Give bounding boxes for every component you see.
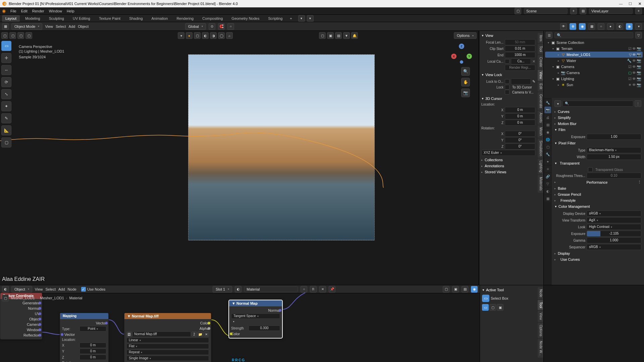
ws-add[interactable]: + <box>288 15 294 22</box>
panel-collections[interactable]: Collections <box>481 157 535 163</box>
pp-performance[interactable]: Performance⋮ <box>554 179 641 186</box>
ov-c6[interactable]: ◯ <box>218 32 225 39</box>
ws-uvediting[interactable]: UV Editing <box>69 15 94 22</box>
pp-motionblur[interactable]: Motion Blur <box>554 121 641 127</box>
selmode-3[interactable]: ▣ <box>497 304 503 311</box>
shade-wire-icon[interactable]: ○ <box>598 23 604 30</box>
nm-strength[interactable]: 0.300 <box>249 325 280 331</box>
nav-zoom-icon[interactable]: 🔍 <box>461 67 470 76</box>
ov-c3[interactable]: ▢ <box>194 32 201 39</box>
img-proj[interactable]: Flat <box>126 344 209 349</box>
node-normalmap[interactable]: ▼ Normal Map Normal Tangent Space • Stre… <box>229 300 282 338</box>
cm-gamma[interactable]: 1.000 <box>587 237 641 243</box>
tree-mesher[interactable]: ▸▽Mesher_LOD1▽👁📷 <box>545 52 643 58</box>
ne-r2[interactable]: ▣ <box>452 286 459 293</box>
netab-node[interactable]: Node <box>538 287 543 299</box>
active-tool-header[interactable]: ▼Active Tool <box>482 287 535 293</box>
ov-r2[interactable]: ▣ <box>327 32 334 39</box>
scene-icon[interactable]: ▢ <box>515 8 521 14</box>
use-nodes-label[interactable]: Use Nodes <box>87 287 105 291</box>
ov-c2[interactable]: ● <box>186 32 193 39</box>
mat-copy-icon[interactable]: ⎘ <box>310 286 317 293</box>
ntab-generate[interactable]: Generate <box>538 92 543 110</box>
node-mode[interactable]: Object <box>11 286 32 293</box>
pp-pixelfilter-header[interactable]: ▼Pixel Filter <box>554 140 641 146</box>
ov-bell-icon[interactable]: 🔔 <box>351 32 358 39</box>
tree-camera-col[interactable]: ▾▣Camera☑👁📷 <box>545 64 643 70</box>
ptab-scene[interactable]: ◉ <box>544 129 551 135</box>
img-name[interactable]: Normal Map.tiff <box>132 331 191 337</box>
cursor-z[interactable]: 0 m <box>505 120 535 126</box>
viewlayer-icon[interactable]: ▤ <box>580 8 586 14</box>
ws-options2[interactable]: ▾ <box>307 15 314 22</box>
shade-rendered-icon[interactable]: ◉ <box>626 23 633 30</box>
ptab-data[interactable]: ▽ <box>544 180 551 187</box>
ov-btn4[interactable]: ▢ <box>25 32 32 39</box>
ov-c5[interactable]: ◑ <box>210 32 217 39</box>
panel-annotations[interactable]: Annotations <box>481 163 535 169</box>
interaction-mode[interactable]: Object Mode <box>11 23 42 30</box>
img-ext[interactable]: Repeat <box>126 350 209 355</box>
ov-c1[interactable]: ▾ <box>178 32 184 39</box>
selmode-2[interactable]: ▢ <box>489 304 496 311</box>
panel-view-header[interactable]: ▼View <box>481 33 535 39</box>
ws-layout[interactable]: Layout <box>2 15 20 22</box>
ntab-item[interactable]: Item <box>538 33 543 43</box>
pp-bake[interactable]: Bake <box>554 186 641 192</box>
ptab-object[interactable]: ▢ <box>544 143 551 150</box>
3d-menu-object[interactable]: Object <box>78 24 89 28</box>
ne-menu-add[interactable]: Add <box>58 287 65 291</box>
pf-width[interactable]: 1.50 px <box>587 154 641 160</box>
bc-3[interactable]: Material <box>69 296 82 300</box>
tool-scale[interactable]: ⤡ <box>1 89 11 99</box>
props-options-icon[interactable]: ⋮ <box>635 100 641 107</box>
xray-icon[interactable]: ▦ <box>588 23 595 30</box>
ptab-output[interactable]: 🖨 <box>544 114 551 121</box>
ws-animation[interactable]: Animation <box>148 15 171 22</box>
panel-cursor-header[interactable]: ▼3D Cursor <box>481 96 535 102</box>
ov-c4[interactable]: ◐ <box>202 32 209 39</box>
selmode-1[interactable]: ▭ <box>482 304 489 311</box>
ne-menu-select[interactable]: Select <box>45 287 56 291</box>
ntab-edit[interactable]: Edit <box>538 81 543 91</box>
cm-exp[interactable]: -2.105 <box>587 231 641 237</box>
pp-film-header[interactable]: ▼Film <box>554 127 641 133</box>
mat-new-icon[interactable]: ○ <box>301 286 307 293</box>
orientation[interactable]: Global <box>185 23 206 30</box>
ntab-simul[interactable]: Simulation <box>538 138 543 158</box>
netab-options[interactable]: Options <box>538 323 543 338</box>
ptab-viewlayer[interactable]: ▤ <box>544 121 551 128</box>
node-editor-type-icon[interactable]: ◐ <box>2 286 9 293</box>
tool-move[interactable]: ↔ <box>1 65 11 75</box>
menu-file[interactable]: File <box>10 9 16 13</box>
ov-c7[interactable]: ⌕ <box>226 32 233 39</box>
ptab-particles[interactable]: ✦ <box>544 158 551 165</box>
gizmo-neg-icon[interactable] <box>460 60 463 64</box>
pf-type[interactable]: Blackman-Harris <box>587 147 641 153</box>
ptab-material[interactable]: ◐ <box>544 188 551 194</box>
ptab-constraints[interactable]: 🔗 <box>544 173 551 180</box>
tree-camera[interactable]: ▸📷Camera▢👁📷 <box>545 70 643 76</box>
ptab-texture[interactable]: ▦ <box>544 195 551 202</box>
shade-opts-icon[interactable]: ▾ <box>635 23 642 30</box>
pp-display[interactable]: Display <box>554 251 641 257</box>
viewlayer-field[interactable]: ViewLayer <box>589 8 633 14</box>
ntab-create[interactable]: Create <box>538 55 543 69</box>
ov-r1[interactable]: ▢ <box>319 32 326 39</box>
3d-menu-view[interactable]: View <box>45 24 53 28</box>
tree-water[interactable]: ▸▽Water🔧👁📷 <box>545 58 643 64</box>
visibility-icon[interactable]: 👁 <box>560 23 567 30</box>
cm-dd[interactable]: sRGB <box>587 210 641 217</box>
tool-rotate[interactable]: ⟳ <box>1 77 11 87</box>
ws-scripting[interactable]: Scripting <box>265 15 286 22</box>
to-cursor-check[interactable] <box>505 85 509 89</box>
ws-compositing[interactable]: Compositing <box>199 15 226 22</box>
render-region-btn[interactable]: Render Regi... <box>505 65 535 71</box>
img-users-icon[interactable]: 2 <box>192 331 197 337</box>
pp-transparent-header[interactable]: ▼Transparent <box>554 161 641 167</box>
ne-menu-node[interactable]: Node <box>68 287 76 291</box>
map-z[interactable]: 0 m <box>79 355 106 360</box>
netab-tool[interactable]: Tool <box>538 300 543 310</box>
tool-measure[interactable]: 📐 <box>1 125 11 135</box>
map-x[interactable]: 0 m <box>79 343 106 348</box>
